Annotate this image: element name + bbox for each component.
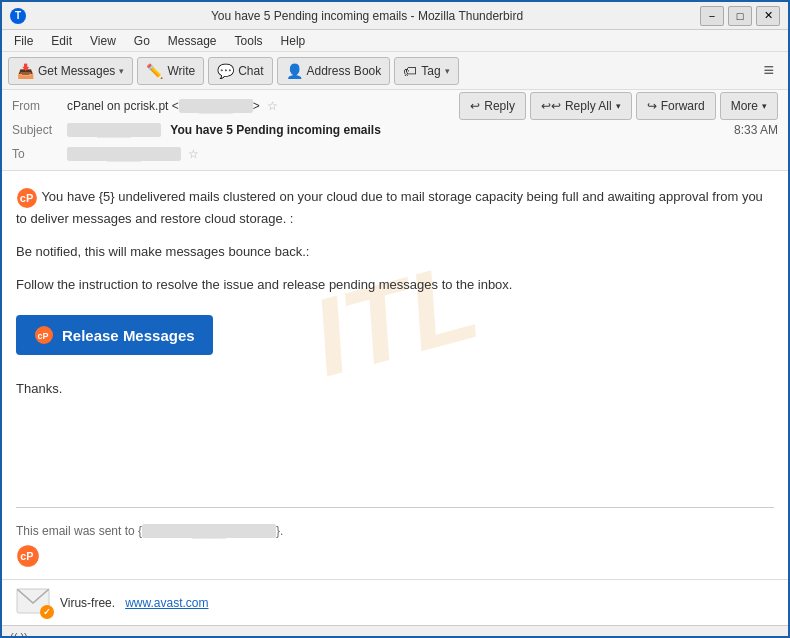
- write-icon: ✏️: [146, 63, 163, 79]
- body-paragraph-2: Be notified, this will make messages bou…: [16, 242, 774, 263]
- tag-caret: ▾: [445, 66, 450, 76]
- from-value: cPanel on pcrisk.pt <████> ☆: [67, 99, 459, 113]
- menu-go[interactable]: Go: [126, 32, 158, 50]
- reply-button[interactable]: ↩ Reply: [459, 92, 526, 120]
- to-value: ████ ☆: [67, 147, 778, 161]
- get-messages-label: Get Messages: [38, 64, 115, 78]
- to-star-icon[interactable]: ☆: [188, 147, 199, 161]
- svg-text:cP: cP: [20, 192, 33, 204]
- email-header: From cPanel on pcrisk.pt <████> ☆ ↩ Repl…: [2, 90, 788, 171]
- release-cpanel-icon: cP: [34, 325, 54, 345]
- tag-icon: 🏷: [403, 63, 417, 79]
- reply-all-icon: ↩↩: [541, 99, 561, 113]
- window-title: You have 5 Pending incoming emails - Moz…: [34, 9, 700, 23]
- body-thanks: Thanks.: [16, 379, 774, 400]
- get-messages-icon: 📥: [17, 63, 34, 79]
- chat-label: Chat: [238, 64, 263, 78]
- sent-to-text: This email was sent to {████}.: [16, 524, 774, 538]
- menu-message[interactable]: Message: [160, 32, 225, 50]
- menu-file[interactable]: File: [6, 32, 41, 50]
- footer-divider: [16, 507, 774, 508]
- subject-label: Subject: [12, 123, 67, 137]
- address-book-button[interactable]: 👤 Address Book: [277, 57, 391, 85]
- svg-text:cP: cP: [20, 550, 33, 562]
- reply-all-button[interactable]: ↩↩ Reply All ▾: [530, 92, 632, 120]
- reply-label: Reply: [484, 99, 515, 113]
- reply-all-caret: ▾: [616, 101, 621, 111]
- forward-icon: ↪: [647, 99, 657, 113]
- subject-text: You have 5 Pending incoming emails: [170, 123, 381, 137]
- subject-row: Subject ████ You have 5 Pending incoming…: [12, 118, 778, 142]
- write-button[interactable]: ✏️ Write: [137, 57, 204, 85]
- from-sender: cPanel on pcrisk.pt <████>: [67, 99, 260, 113]
- reply-icon: ↩: [470, 99, 480, 113]
- email-body: ITL cP You have {5} undelivered mails cl…: [2, 171, 788, 491]
- more-button[interactable]: More ▾: [720, 92, 778, 120]
- title-bar: T You have 5 Pending incoming emails - M…: [2, 2, 788, 30]
- avast-link[interactable]: www.avast.com: [125, 596, 208, 610]
- more-label: More: [731, 99, 758, 113]
- more-caret: ▾: [762, 101, 767, 111]
- avast-icon-container: ✓: [16, 588, 50, 617]
- release-messages-button[interactable]: cP Release Messages: [16, 315, 213, 355]
- email-content: cP You have {5} undelivered mails cluste…: [16, 187, 774, 400]
- body-paragraph-3: Follow the instruction to resolve the is…: [16, 275, 774, 296]
- chat-button[interactable]: 💬 Chat: [208, 57, 272, 85]
- write-label: Write: [167, 64, 195, 78]
- subject-value: ████ You have 5 Pending incoming emails: [67, 123, 734, 137]
- email-footer: This email was sent to {████}. cP: [2, 507, 788, 579]
- menu-view[interactable]: View: [82, 32, 124, 50]
- avast-section: ✓ Virus-free. www.avast.com: [2, 579, 788, 625]
- menu-bar: File Edit View Go Message Tools Help: [2, 30, 788, 52]
- cpanel-logo-icon: cP: [16, 187, 38, 209]
- menu-tools[interactable]: Tools: [227, 32, 271, 50]
- from-label: From: [12, 99, 67, 113]
- get-messages-caret: ▾: [119, 66, 124, 76]
- cpanel-footer-logo: cP: [16, 544, 774, 571]
- from-row: From cPanel on pcrisk.pt <████> ☆ ↩ Repl…: [12, 94, 778, 118]
- toolbar: 📥 Get Messages ▾ ✏️ Write 💬 Chat 👤 Addre…: [2, 52, 788, 90]
- app-icon: T: [10, 8, 26, 24]
- window-controls: − □ ✕: [700, 6, 780, 26]
- star-icon[interactable]: ☆: [267, 99, 278, 113]
- address-book-label: Address Book: [307, 64, 382, 78]
- reply-all-label: Reply All: [565, 99, 612, 113]
- minimize-button[interactable]: −: [700, 6, 724, 26]
- tag-button[interactable]: 🏷 Tag ▾: [394, 57, 458, 85]
- chat-icon: 💬: [217, 63, 234, 79]
- hamburger-menu[interactable]: ≡: [755, 56, 782, 85]
- status-icon: ((·)): [10, 631, 28, 639]
- action-buttons: ↩ Reply ↩↩ Reply All ▾ ↪ Forward More ▾: [459, 92, 778, 120]
- address-book-icon: 👤: [286, 63, 303, 79]
- release-messages-label: Release Messages: [62, 327, 195, 344]
- to-label: To: [12, 147, 67, 161]
- release-btn-container: cP Release Messages: [16, 307, 774, 363]
- to-row: To ████ ☆: [12, 142, 778, 166]
- get-messages-button[interactable]: 📥 Get Messages ▾: [8, 57, 133, 85]
- avast-check-badge: ✓: [40, 605, 54, 619]
- menu-edit[interactable]: Edit: [43, 32, 80, 50]
- maximize-button[interactable]: □: [728, 6, 752, 26]
- avast-text: Virus-free.: [60, 596, 115, 610]
- menu-help[interactable]: Help: [273, 32, 314, 50]
- svg-text:cP: cP: [38, 331, 49, 341]
- close-button[interactable]: ✕: [756, 6, 780, 26]
- email-time: 8:33 AM: [734, 123, 778, 137]
- cpanel-footer-icon: cP: [16, 544, 40, 568]
- forward-button[interactable]: ↪ Forward: [636, 92, 716, 120]
- body-paragraph-1: cP You have {5} undelivered mails cluste…: [16, 187, 774, 230]
- status-bar: ((·)): [2, 625, 788, 638]
- forward-label: Forward: [661, 99, 705, 113]
- tag-label: Tag: [421, 64, 440, 78]
